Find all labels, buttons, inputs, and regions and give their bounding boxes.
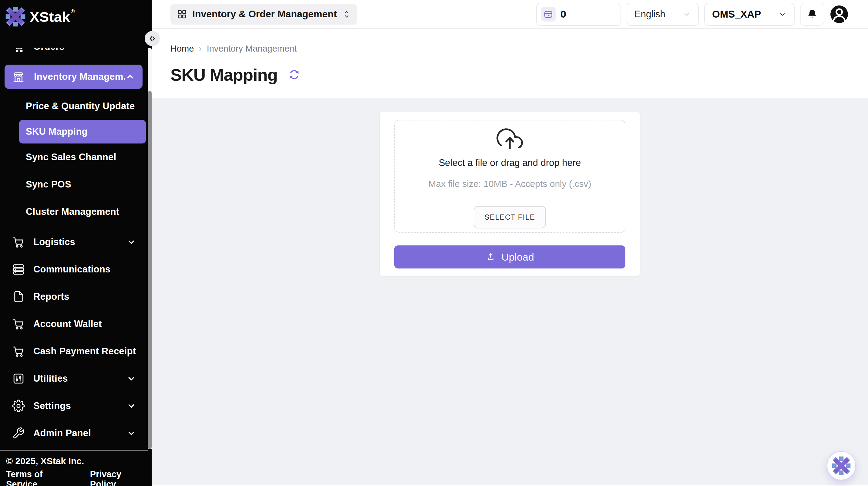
wrench-icon <box>12 427 25 439</box>
brand-logo[interactable]: XStak® <box>0 0 152 33</box>
sidebar-footer: © 2025, XStak Inc. Terms of Service Priv… <box>0 450 148 486</box>
up-down-chevrons-icon <box>342 9 351 20</box>
sidebar-item-orders-clipped: Orders <box>0 48 152 53</box>
registered-mark: ® <box>71 8 75 14</box>
refresh-icon <box>287 68 301 81</box>
sidebar: XStak® Orders Inventory Managem... Price… <box>0 0 152 486</box>
cart-icon <box>12 317 25 330</box>
xstak-logo-icon <box>5 7 26 27</box>
bell-icon <box>806 8 818 20</box>
wallet-count: 0 <box>560 8 566 20</box>
chevron-down-icon <box>682 10 691 19</box>
upload-button-label: Upload <box>501 251 534 263</box>
sidebar-item-cash-payment-receipt[interactable]: Cash Payment Receipt... <box>0 338 152 365</box>
file-icon <box>12 290 25 303</box>
sidebar-item-settings[interactable]: Settings <box>0 392 152 420</box>
notifications-button[interactable] <box>800 3 824 26</box>
xstak-logo-icon <box>832 456 851 475</box>
sidebar-item-sync-sales-channel[interactable]: Sync Sales Channel <box>0 144 152 171</box>
sidebar-group-inventory-management[interactable]: Inventory Managem... <box>5 65 143 89</box>
rows-icon <box>12 263 25 276</box>
sidebar-scrollbar-thumb[interactable] <box>148 91 152 449</box>
cloud-upload-icon <box>495 127 524 154</box>
tenant-select[interactable]: OMS_XAP <box>704 3 795 26</box>
cart-icon <box>12 48 25 53</box>
sidebar-item-logistics[interactable]: Logistics <box>0 229 152 256</box>
sidebar-item-sync-pos[interactable]: Sync POS <box>0 171 152 198</box>
page-title: SKU Mapping <box>170 66 278 84</box>
sidebar-collapse-toggle[interactable] <box>145 31 160 46</box>
user-avatar[interactable] <box>830 5 848 24</box>
main-area: Inventory & Order Management 0 English O… <box>152 0 868 486</box>
refresh-button[interactable] <box>287 68 301 82</box>
topbar-right: 0 English OMS_XAP <box>536 3 848 26</box>
topbar: Inventory & Order Management 0 English O… <box>152 0 868 29</box>
sliders-icon <box>12 372 25 385</box>
select-file-button[interactable]: SELECT FILE <box>474 206 546 229</box>
tenant-select-value: OMS_XAP <box>712 8 761 20</box>
sidebar-item-sku-mapping[interactable]: SKU Mapping <box>19 120 146 144</box>
sidebar-item-cluster-management[interactable]: Cluster Management <box>0 198 152 225</box>
sidebar-nav: Orders Inventory Managem... Price & Quan… <box>0 48 152 447</box>
sidebar-item-reports[interactable]: Reports <box>0 283 152 310</box>
chevron-down-icon <box>126 373 136 384</box>
collapse-icon <box>148 34 157 43</box>
breadcrumb-current: Inventory Management <box>207 44 297 53</box>
terms-of-service-link[interactable]: Terms of Service <box>6 469 74 486</box>
sidebar-item-orders[interactable]: Orders <box>0 48 152 53</box>
title-row: SKU Mapping <box>170 66 868 84</box>
sidebar-item-utilities[interactable]: Utilities <box>0 365 152 392</box>
content-area: Select a file or drag and drop here Max … <box>152 98 868 485</box>
breadcrumb: Home › Inventory Management <box>170 44 868 53</box>
chevron-down-icon <box>126 401 136 411</box>
wallet-icon <box>541 7 556 22</box>
copyright-text: © 2025, XStak Inc. <box>6 456 148 466</box>
wallet-balance[interactable]: 0 <box>536 3 621 26</box>
chevron-down-icon <box>126 428 136 438</box>
chat-widget-button[interactable] <box>827 451 856 480</box>
breadcrumb-separator-icon: › <box>199 44 202 53</box>
footer-links: Terms of Service Privacy Policy <box>6 469 148 486</box>
sidebar-item-admin-panel[interactable]: Admin Panel <box>0 420 152 447</box>
page-head: Home › Inventory Management SKU Mapping <box>152 29 868 98</box>
store-icon <box>12 70 25 83</box>
chevron-down-icon <box>126 237 136 247</box>
language-select[interactable]: English <box>627 3 699 26</box>
dropzone-title: Select a file or drag and drop here <box>439 157 581 169</box>
breadcrumb-home[interactable]: Home <box>170 44 194 53</box>
brand-name: XStak® <box>30 8 75 25</box>
language-select-value: English <box>634 9 665 20</box>
app-switcher[interactable]: Inventory & Order Management <box>170 4 357 25</box>
sidebar-item-communications[interactable]: Communications <box>0 256 152 283</box>
user-avatar-icon <box>830 5 848 24</box>
grid-icon <box>177 9 187 19</box>
cart-icon <box>12 236 25 248</box>
upload-card: Select a file or drag and drop here Max … <box>380 112 640 276</box>
upload-button[interactable]: Upload <box>394 245 625 269</box>
app-switcher-label: Inventory & Order Management <box>192 8 337 20</box>
file-dropzone[interactable]: Select a file or drag and drop here Max … <box>394 120 625 233</box>
chevron-down-icon <box>778 10 787 19</box>
gear-icon <box>12 399 25 412</box>
dropzone-hint: Max file size: 10MB - Accepts only (.csv… <box>429 179 591 189</box>
app-root: XStak® Orders Inventory Managem... Price… <box>0 0 868 486</box>
upload-icon <box>486 252 496 262</box>
sidebar-item-account-wallet[interactable]: Account Wallet <box>0 310 152 338</box>
chevron-up-icon <box>125 71 135 82</box>
cart-icon <box>12 345 25 358</box>
sidebar-item-price-quantity-update[interactable]: Price & Quantity Update <box>0 93 152 120</box>
privacy-policy-link[interactable]: Privacy Policy <box>90 469 148 486</box>
